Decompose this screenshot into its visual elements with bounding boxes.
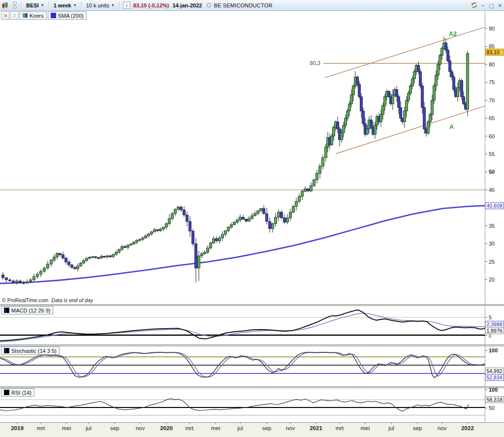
- candle-body: [77, 266, 79, 269]
- time-axis-label: mei: [361, 425, 370, 431]
- candle-body: [408, 93, 410, 100]
- candle-body: [12, 281, 15, 282]
- time-axis-label: mrt: [37, 425, 45, 431]
- candle-body: [427, 122, 430, 133]
- macd-value-tag: 1,8976: [487, 328, 503, 334]
- candle-body: [133, 242, 135, 244]
- macd-panel-chip[interactable]: MACD (12 26 9): [1, 306, 53, 314]
- time-axis-label: sep: [262, 425, 272, 431]
- candle-body: [278, 212, 280, 217]
- candle-body: [26, 281, 29, 283]
- window-titlebar: BESI ▼ 1 week ▼ 10 k units ▼ i 83,10 (-0…: [0, 0, 504, 11]
- symbol-dropdown[interactable]: BESI ▼: [23, 1, 47, 10]
- price-axis-label: 70: [489, 97, 495, 103]
- time-axis-label: jul: [85, 425, 92, 431]
- price-up-arrow-button[interactable]: ⇧: [10, 11, 19, 20]
- candle-body: [92, 256, 94, 257]
- candle-body: [213, 239, 215, 243]
- rsi-panel-chip[interactable]: RSI (14): [1, 388, 34, 397]
- last-price-tag: 83,10: [487, 49, 500, 55]
- candle-body: [272, 223, 274, 228]
- time-axis-label: sep: [413, 425, 422, 431]
- candle-body: [419, 71, 422, 86]
- candle-body: [183, 210, 186, 215]
- link-icon[interactable]: [10, 1, 20, 10]
- candle-body: [366, 129, 369, 134]
- time-axis-label: nov: [136, 425, 145, 431]
- candle-body: [83, 260, 85, 263]
- candle-body: [233, 222, 236, 224]
- candle-body: [204, 252, 206, 254]
- toolbar-separator: [49, 1, 49, 9]
- candle-body: [413, 71, 416, 79]
- channel-label-a: A: [449, 124, 454, 130]
- candle-body: [435, 75, 438, 86]
- candle-body: [36, 274, 39, 277]
- chevron-down-icon: ▼: [111, 3, 115, 7]
- candle-body: [322, 157, 324, 166]
- time-axis-label: 2019: [11, 425, 24, 431]
- info-icon[interactable]: i: [123, 1, 130, 9]
- candle-body: [445, 43, 447, 50]
- chevron-down-icon: ▼: [73, 3, 77, 7]
- time-axis-label: mrt: [186, 425, 194, 431]
- price-axis-label: 25: [489, 259, 495, 265]
- minimize-button[interactable]: –: [479, 1, 487, 9]
- timeframe-dropdown[interactable]: 1 week ▼: [51, 1, 80, 10]
- candle-body: [210, 243, 212, 248]
- candle-body: [346, 111, 349, 119]
- candle-body: [286, 218, 289, 222]
- candle-body: [5, 278, 8, 280]
- stoch-axis-label: 100: [489, 347, 498, 353]
- candle-body: [325, 147, 327, 157]
- macd-panel-label: MACD (12 26 9): [11, 308, 50, 313]
- price-axis-label: 60: [489, 133, 495, 139]
- candle-body: [439, 56, 441, 64]
- candle-body: [56, 253, 59, 257]
- chevron-down-icon: ▼: [41, 3, 44, 7]
- candle-body: [71, 265, 73, 267]
- rsi-value-tag: 58,318: [487, 397, 503, 403]
- time-axis-label: nov: [438, 425, 447, 431]
- refresh-icon[interactable]: [469, 1, 479, 10]
- legend-price-chip[interactable]: Koers: [20, 11, 47, 20]
- candle-body: [192, 231, 194, 244]
- candle-body: [266, 214, 268, 221]
- security-name: BE SEMICONDUCTOR: [214, 2, 272, 8]
- candle-body: [292, 206, 295, 212]
- candle-body: [100, 256, 103, 258]
- candle-body: [453, 77, 455, 89]
- quote-date: 14-jan-2022: [172, 2, 202, 8]
- candle-body: [227, 227, 230, 231]
- candle-body: [180, 207, 183, 210]
- units-dropdown[interactable]: 10 k units ▼: [83, 1, 118, 10]
- chart-canvas[interactable]: A2A80,3908580757065605550453530252050100…: [0, 0, 504, 437]
- candle-body: [248, 218, 251, 221]
- close-button[interactable]: ✕: [496, 1, 504, 9]
- candle-body: [53, 257, 56, 260]
- candle-body: [350, 95, 353, 104]
- stochastic-panel-chip[interactable]: Stochastic (14 3 5): [1, 346, 60, 355]
- candle-body: [186, 215, 189, 221]
- legend-sma-chip[interactable]: SMA (200): [48, 11, 87, 20]
- candle-body: [431, 100, 434, 115]
- candle-body: [417, 65, 420, 71]
- candle-body: [269, 221, 271, 229]
- timeframe-label: 1 week: [54, 2, 71, 8]
- candle-body: [370, 120, 373, 127]
- candle-body: [284, 218, 286, 222]
- candle-body: [429, 115, 432, 122]
- maximize-button[interactable]: ▢: [487, 1, 496, 9]
- candle-body: [307, 189, 310, 191]
- price-down-arrow-button[interactable]: ⇲: [1, 11, 9, 20]
- legend-sma-label: SMA (200): [58, 13, 84, 19]
- candle-body: [230, 225, 233, 227]
- candle-body: [33, 277, 35, 280]
- stoch-panel-chip-wrap: Stochastic (14 3 5): [1, 346, 60, 355]
- candle-body: [168, 218, 171, 223]
- prorealtime-chart-window: A2A80,3908580757065605550453530252050100…: [0, 0, 504, 437]
- time-axis-label: mrt: [336, 425, 344, 431]
- candle-body: [103, 256, 106, 257]
- candle-body: [216, 239, 218, 241]
- candle-body: [356, 77, 359, 84]
